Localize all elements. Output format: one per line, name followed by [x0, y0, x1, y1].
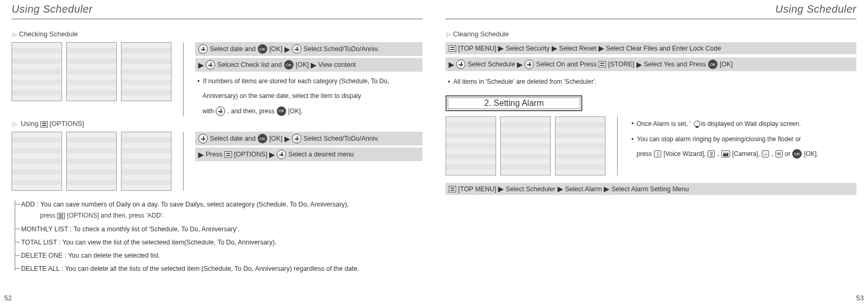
strip-text: Select Sched/ToDo/Anniv.: [304, 45, 379, 53]
vertical-divider: [183, 42, 184, 116]
menu-icon: [449, 186, 456, 192]
strip-text: Select Security: [506, 45, 549, 52]
instruction-strip: Select date and OK [OK] ▶ Select Sched/T…: [195, 42, 422, 56]
options-row: Select date and OK [OK] ▶ Select Sched/T…: [12, 132, 422, 191]
fragment: [Voice Wizard],: [663, 149, 705, 159]
menu-icon: [57, 213, 65, 219]
instruction-strip: [TOP MENU] ▶ Select Scheduler ▶ Select A…: [446, 183, 856, 195]
screenshot-thumb: [446, 116, 496, 175]
ok-icon: OK: [792, 149, 802, 159]
alarm-header-text: 2. Setting Alarm: [485, 99, 544, 107]
arrow-icon: ▶: [449, 61, 454, 68]
bell-icon: [693, 120, 701, 129]
note-fragment: [OK].: [288, 106, 302, 116]
voice-key-icon: |: [654, 150, 661, 158]
checking-row: Select date and OK [OK] ▶ Select Sched/T…: [12, 42, 422, 116]
nav-icon: [292, 134, 301, 143]
page-number-left: 52: [4, 294, 12, 302]
strip-text: Select Alarm: [565, 185, 602, 193]
arrow-icon: ▶: [604, 185, 609, 193]
page-number-right: 53: [856, 294, 864, 302]
arrow-icon: ▶: [198, 151, 204, 159]
strip-text: [TOP MENU]: [458, 45, 496, 52]
strip-text: Select Reset: [559, 45, 597, 52]
nav-icon: [292, 44, 301, 54]
screenshot-thumb: [12, 132, 62, 191]
options-instructions: Select date and OK [OK] ▶ Select Sched/T…: [195, 132, 422, 161]
fragment: or: [785, 149, 791, 159]
note-fragment: , and then, press: [227, 106, 274, 116]
screenshot-thumb: [500, 116, 551, 175]
tree-item-total: TOTAL LIST : You can view the list of th…: [21, 236, 422, 249]
strip-text: [OK]: [296, 61, 309, 68]
ok-icon: OK: [258, 44, 267, 54]
alarm-notes: Once Alarm is set, ' ' is displayed on W…: [629, 116, 856, 159]
page-title-left: Using Scheduler: [12, 0, 422, 19]
arrow-icon: ▶: [637, 61, 642, 68]
nav-icon: [216, 106, 225, 116]
note-text: All items in 'Schedule' are deleted from…: [446, 74, 856, 87]
mail-key-icon: ✉: [775, 150, 783, 158]
nav-icon: [206, 60, 215, 70]
note-text: You can stop alarm ringing by opening/cl…: [629, 132, 856, 144]
instruction-strip: [TOP MENU] ▶ Select Security ▶ Select Re…: [446, 42, 856, 54]
section-setting-alarm: 2. Setting Alarm: [446, 95, 582, 111]
tree-item-add: ADD : You can save numbers of Daily on a…: [21, 198, 422, 223]
alarm-row: Once Alarm is set, ' ' is displayed on W…: [446, 116, 856, 175]
section-label: [OPTIONS]: [49, 120, 84, 128]
strip-text: [OK]: [269, 45, 282, 53]
section-clearing-schedule: Clearing Schedule: [447, 30, 856, 38]
fragment: Once Alarm is set, ': [642, 119, 691, 129]
strip-text: Select Yes and Press: [644, 61, 706, 68]
menu-icon: [41, 121, 48, 128]
page-right: Using Scheduler Clearing Schedule [TOP M…: [434, 0, 868, 304]
tree-subtext: press [OPTIONS] and then, press 'ADD'.: [21, 210, 164, 221]
tree-text: ADD : You can save numbers of Daily on a…: [21, 201, 349, 208]
arrow-icon: ▶: [311, 61, 316, 69]
screenshot-thumb: [121, 132, 171, 191]
strip-text: View content: [318, 61, 356, 68]
ok-icon: OK: [277, 106, 286, 116]
nav-icon: [524, 60, 534, 69]
note-text: Once Alarm is set, ' ' is displayed on W…: [629, 116, 856, 129]
screenshot-thumb: [66, 42, 117, 101]
page-left: Using Scheduler Checking Schedule Select…: [0, 0, 434, 304]
tree-item-monthly: MONTHLY LIST : To check a monthly list o…: [21, 223, 422, 236]
fragment: [OK].: [804, 149, 818, 159]
fragment: [Camera],: [732, 149, 760, 159]
ok-icon: OK: [284, 60, 294, 70]
instruction-strip: ▶ Selcect Check list and OK [OK] ▶ View …: [195, 58, 422, 72]
vertical-divider: [183, 132, 184, 191]
fragment: press: [637, 149, 652, 159]
strip-text: [OPTIONS]: [234, 151, 267, 158]
menu-icon: [449, 45, 456, 52]
arrow-icon: ▶: [269, 151, 275, 159]
strip-text: Select a desired menu: [288, 151, 354, 158]
arrow-icon: ▶: [498, 185, 503, 193]
vertical-divider: [617, 116, 618, 175]
arrow-icon: ▶: [498, 44, 503, 52]
instruction-strip: Select date and OK [OK] ▶ Select Sched/T…: [195, 132, 422, 145]
options-thumbs: [12, 132, 171, 191]
side-key-icon: ||: [708, 150, 715, 158]
fragment: press: [40, 210, 55, 221]
strip-text: [STORE]: [608, 61, 634, 68]
strip-text: Select Alarm Setting Menu: [611, 185, 689, 193]
strip-text: [OK]: [269, 135, 282, 142]
nav-icon: [198, 134, 208, 143]
strip-text: Select Sched/ToDo/Anniv.: [304, 135, 379, 142]
strip-text: [TOP MENU]: [458, 185, 496, 193]
checking-instructions: Select date and OK [OK] ▶ Select Sched/T…: [195, 42, 422, 116]
arrow-icon: ▶: [285, 45, 290, 53]
send-key-icon: ⌣: [762, 150, 769, 158]
tree-item-delete-one: DELETE ONE : You can delete the selected…: [21, 249, 422, 262]
nav-icon: [198, 44, 208, 54]
fragment: [OPTIONS] and then, press: [67, 210, 144, 221]
strip-text: Select Schedule: [468, 61, 515, 68]
page-title-right: Using Scheduler: [446, 0, 856, 19]
options-tree: ADD : You can save numbers of Daily on a…: [12, 198, 422, 276]
fragment: 'ADD'.: [146, 210, 164, 221]
note-text: Anniversary) on the same date, select th…: [195, 89, 422, 101]
screenshot-thumb: [121, 42, 171, 101]
section-checking-schedule: Checking Schedule: [13, 30, 422, 38]
